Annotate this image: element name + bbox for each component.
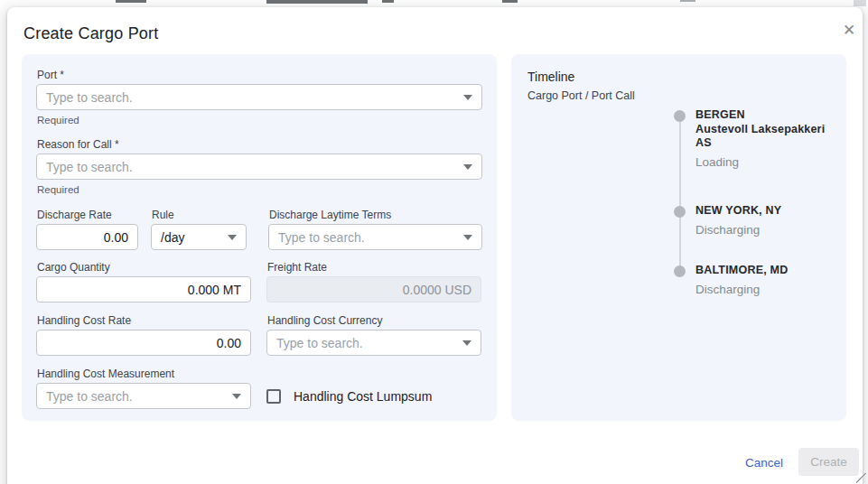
port-field: Port * Type to search. Required bbox=[36, 69, 482, 126]
port-label: Port * bbox=[37, 69, 482, 81]
chevron-down-icon bbox=[232, 394, 241, 399]
discharge-rate-label: Discharge Rate bbox=[37, 209, 138, 221]
background-text-fragment bbox=[266, 0, 368, 4]
reason-for-call-select[interactable]: Type to search. bbox=[36, 154, 482, 180]
rule-field: Rule /day bbox=[151, 209, 247, 250]
handling-cost-lumpsum-label: Handling Cost Lumpsum bbox=[294, 389, 432, 404]
chevron-down-icon bbox=[228, 235, 237, 240]
timeline-dot-icon bbox=[674, 206, 686, 218]
timeline-activity: Loading bbox=[695, 154, 844, 171]
quantity-row: Cargo Quantity Freight Rate bbox=[36, 261, 482, 302]
resize-handle-icon bbox=[856, 473, 866, 483]
timeline-entry: BALTIMORE, MD Discharging bbox=[674, 264, 844, 298]
handling-cost-currency-placeholder: Type to search. bbox=[276, 336, 457, 350]
reason-for-call-required-hint: Required bbox=[37, 184, 482, 196]
background-text-fragment bbox=[382, 0, 394, 3]
handling-cost-measurement-select[interactable]: Type to search. bbox=[36, 383, 251, 409]
cargo-quantity-label: Cargo Quantity bbox=[37, 261, 251, 274]
handling-cost-rate-input[interactable] bbox=[36, 330, 251, 356]
timeline-title: Timeline bbox=[527, 69, 830, 85]
discharge-laytime-terms-field: Discharge Laytime Terms Type to search. bbox=[268, 209, 482, 250]
handling-cost-lumpsum-checkbox[interactable]: Handling Cost Lumpsum bbox=[266, 383, 481, 409]
timeline-terminal-name: Austevoll Laksepakkeri AS bbox=[695, 123, 844, 151]
create-button: Create bbox=[798, 448, 859, 476]
port-select[interactable]: Type to search. bbox=[36, 84, 482, 110]
discharge-laytime-terms-placeholder: Type to search. bbox=[278, 230, 458, 245]
handling-measurement-row: Handling Cost Measurement Type to search… bbox=[36, 368, 482, 409]
background-text-fragment bbox=[680, 0, 695, 2]
chevron-down-icon bbox=[463, 164, 472, 170]
freight-rate-field: Freight Rate bbox=[266, 261, 481, 302]
chevron-down-icon bbox=[463, 95, 472, 100]
freight-rate-input bbox=[266, 276, 481, 302]
timeline-dot-icon bbox=[674, 265, 686, 277]
rule-select[interactable]: /day bbox=[151, 224, 247, 250]
close-icon[interactable]: ✕ bbox=[836, 17, 862, 42]
timeline-subtitle: Cargo Port / Port Call bbox=[527, 89, 830, 102]
freight-rate-label: Freight Rate bbox=[267, 261, 481, 274]
create-cargo-port-dialog: Create Cargo Port ✕ Port * Type to searc… bbox=[7, 7, 863, 484]
cargo-quantity-field: Cargo Quantity bbox=[36, 261, 251, 302]
timeline-panel: Timeline Cargo Port / Port Call BERGEN A… bbox=[511, 54, 846, 421]
handling-cost-row: Handling Cost Rate Handling Cost Currenc… bbox=[36, 314, 482, 356]
timeline-activity: Discharging bbox=[695, 282, 844, 298]
form-panel: Port * Type to search. Required Reason f… bbox=[22, 54, 497, 421]
discharge-laytime-terms-label: Discharge Laytime Terms bbox=[269, 209, 482, 221]
timeline-entry: BERGEN Austevoll Laksepakkeri AS Loading bbox=[674, 108, 844, 171]
port-placeholder: Type to search. bbox=[46, 90, 458, 105]
handling-cost-currency-label: Handling Cost Currency bbox=[267, 314, 481, 327]
reason-for-call-placeholder: Type to search. bbox=[46, 160, 458, 174]
chevron-down-icon bbox=[463, 235, 472, 240]
handling-cost-measurement-placeholder: Type to search. bbox=[46, 389, 227, 404]
timeline-entry: NEW YORK, NY Discharging bbox=[674, 204, 844, 238]
rule-value: /day bbox=[161, 230, 222, 245]
discharge-laytime-terms-select[interactable]: Type to search. bbox=[268, 224, 482, 250]
handling-cost-measurement-field: Handling Cost Measurement Type to search… bbox=[36, 368, 251, 409]
cargo-quantity-input[interactable] bbox=[36, 276, 251, 302]
handling-cost-rate-label: Handling Cost Rate bbox=[37, 314, 251, 327]
timeline-dot-icon bbox=[674, 110, 686, 122]
discharge-rate-input[interactable] bbox=[36, 224, 138, 250]
handling-cost-rate-field: Handling Cost Rate bbox=[36, 314, 251, 356]
discharge-row: Discharge Rate Rule /day Discharge Layti… bbox=[36, 209, 482, 250]
dialog-title: Create Cargo Port bbox=[23, 24, 158, 43]
cancel-button[interactable]: Cancel bbox=[745, 456, 783, 470]
background-text-fragment bbox=[502, 0, 518, 3]
checkbox-icon[interactable] bbox=[266, 389, 281, 404]
handling-cost-currency-field: Handling Cost Currency Type to search. bbox=[266, 314, 481, 356]
chevron-down-icon bbox=[462, 340, 471, 346]
reason-for-call-label: Reason for Call * bbox=[37, 138, 482, 151]
rule-label: Rule bbox=[152, 209, 247, 221]
discharge-rate-field: Discharge Rate bbox=[36, 209, 138, 250]
timeline-activity: Discharging bbox=[695, 222, 844, 238]
handling-cost-currency-select[interactable]: Type to search. bbox=[266, 330, 481, 356]
reason-for-call-field: Reason for Call * Type to search. Requir… bbox=[36, 138, 482, 196]
background-text-fragment bbox=[854, 0, 866, 6]
handling-cost-measurement-label: Handling Cost Measurement bbox=[37, 368, 251, 380]
port-required-hint: Required bbox=[37, 115, 482, 126]
timeline-port-name: BERGEN bbox=[695, 108, 844, 123]
timeline-port-name: NEW YORK, NY bbox=[695, 204, 844, 219]
timeline-port-name: BALTIMORE, MD bbox=[695, 264, 844, 278]
background-text-fragment bbox=[116, 0, 146, 3]
